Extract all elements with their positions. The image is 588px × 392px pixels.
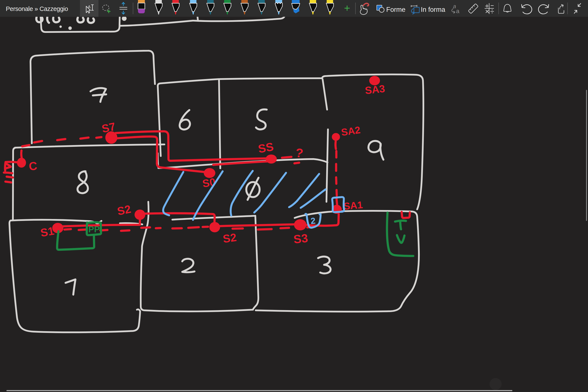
svg-text:S1: S1 [40,224,55,239]
svg-text:a: a [456,8,460,14]
svg-text:S3: S3 [293,231,308,246]
svg-text:SA1: SA1 [343,199,363,212]
svg-text:2: 2 [310,216,316,226]
svg-text:S2: S2 [222,231,237,245]
svg-text:In forma: In forma [421,6,445,13]
svg-text:PP: PP [88,224,100,234]
svg-text:SA3: SA3 [364,83,386,96]
svg-text:a: a [453,3,456,9]
svg-text:Forme: Forme [386,6,406,13]
svg-text:C: C [28,159,38,173]
svg-text:SS: SS [257,140,274,156]
svg-text:Personale » Cazzeggio: Personale » Cazzeggio [6,5,68,12]
svg-text:A: A [88,5,90,9]
